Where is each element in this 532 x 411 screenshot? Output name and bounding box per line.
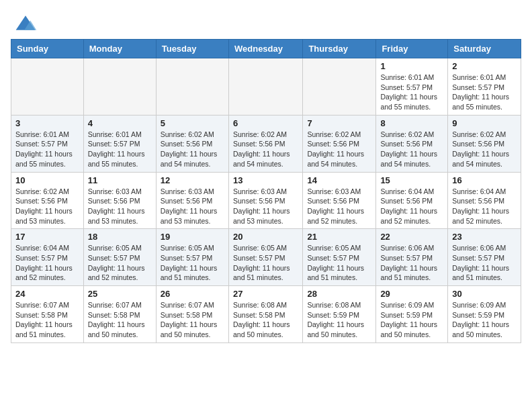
day-number: 27	[233, 289, 298, 299]
day-number: 4	[88, 118, 152, 128]
day-number: 25	[88, 289, 152, 299]
calendar-cell: 28Sunrise: 6:08 AM Sunset: 5:59 PM Dayli…	[303, 286, 376, 343]
calendar-cell: 8Sunrise: 6:02 AM Sunset: 5:56 PM Daylig…	[376, 115, 448, 172]
day-info: Sunrise: 6:03 AM Sunset: 5:56 PM Dayligh…	[233, 187, 298, 226]
day-number: 7	[307, 118, 371, 128]
day-number: 17	[15, 232, 79, 242]
weekday-header-friday: Friday	[376, 40, 448, 58]
week-row-5: 24Sunrise: 6:07 AM Sunset: 5:58 PM Dayli…	[11, 286, 521, 343]
weekday-header-saturday: Saturday	[448, 40, 521, 58]
day-info: Sunrise: 6:09 AM Sunset: 5:59 PM Dayligh…	[380, 300, 443, 340]
calendar-cell	[228, 58, 302, 116]
day-number: 28	[307, 289, 371, 299]
day-number: 29	[380, 289, 443, 299]
calendar-cell: 21Sunrise: 6:05 AM Sunset: 5:57 PM Dayli…	[303, 229, 376, 286]
day-number: 13	[233, 175, 298, 185]
calendar: SundayMondayTuesdayWednesdayThursdayFrid…	[11, 39, 521, 343]
calendar-cell: 30Sunrise: 6:09 AM Sunset: 5:59 PM Dayli…	[448, 286, 521, 343]
calendar-cell: 26Sunrise: 6:07 AM Sunset: 5:58 PM Dayli…	[156, 286, 228, 343]
day-info: Sunrise: 6:02 AM Sunset: 5:56 PM Dayligh…	[161, 130, 224, 169]
calendar-cell: 10Sunrise: 6:02 AM Sunset: 5:56 PM Dayli…	[11, 172, 84, 229]
calendar-cell	[303, 58, 376, 116]
calendar-cell: 5Sunrise: 6:02 AM Sunset: 5:56 PM Daylig…	[156, 115, 228, 172]
day-number: 22	[380, 232, 443, 242]
day-info: Sunrise: 6:05 AM Sunset: 5:57 PM Dayligh…	[307, 243, 371, 283]
day-info: Sunrise: 6:03 AM Sunset: 5:56 PM Dayligh…	[307, 187, 371, 226]
calendar-cell: 20Sunrise: 6:05 AM Sunset: 5:57 PM Dayli…	[228, 229, 302, 286]
logo-icon	[13, 11, 38, 35]
day-info: Sunrise: 6:06 AM Sunset: 5:57 PM Dayligh…	[380, 243, 443, 283]
calendar-cell: 27Sunrise: 6:08 AM Sunset: 5:58 PM Dayli…	[228, 286, 302, 343]
day-info: Sunrise: 6:05 AM Sunset: 5:57 PM Dayligh…	[233, 243, 298, 283]
day-number: 24	[15, 289, 79, 299]
week-row-3: 10Sunrise: 6:02 AM Sunset: 5:56 PM Dayli…	[11, 172, 521, 229]
day-number: 6	[233, 118, 298, 128]
calendar-cell: 19Sunrise: 6:05 AM Sunset: 5:57 PM Dayli…	[156, 229, 228, 286]
day-info: Sunrise: 6:01 AM Sunset: 5:57 PM Dayligh…	[452, 73, 517, 112]
day-info: Sunrise: 6:02 AM Sunset: 5:56 PM Dayligh…	[15, 187, 79, 226]
calendar-cell	[83, 58, 156, 116]
day-info: Sunrise: 6:05 AM Sunset: 5:57 PM Dayligh…	[88, 243, 152, 283]
day-info: Sunrise: 6:02 AM Sunset: 5:56 PM Dayligh…	[233, 130, 298, 169]
day-info: Sunrise: 6:05 AM Sunset: 5:57 PM Dayligh…	[161, 243, 224, 283]
calendar-cell: 29Sunrise: 6:09 AM Sunset: 5:59 PM Dayli…	[376, 286, 448, 343]
day-info: Sunrise: 6:04 AM Sunset: 5:57 PM Dayligh…	[15, 243, 79, 283]
day-number: 23	[452, 232, 517, 242]
calendar-cell	[11, 58, 84, 116]
calendar-cell: 13Sunrise: 6:03 AM Sunset: 5:56 PM Dayli…	[228, 172, 302, 229]
calendar-cell: 2Sunrise: 6:01 AM Sunset: 5:57 PM Daylig…	[448, 58, 521, 116]
weekday-header-tuesday: Tuesday	[156, 40, 228, 58]
calendar-cell: 7Sunrise: 6:02 AM Sunset: 5:56 PM Daylig…	[303, 115, 376, 172]
day-info: Sunrise: 6:03 AM Sunset: 5:56 PM Dayligh…	[161, 187, 224, 226]
day-info: Sunrise: 6:07 AM Sunset: 5:58 PM Dayligh…	[161, 300, 224, 340]
day-info: Sunrise: 6:06 AM Sunset: 5:57 PM Dayligh…	[452, 243, 517, 283]
week-row-4: 17Sunrise: 6:04 AM Sunset: 5:57 PM Dayli…	[11, 229, 521, 286]
day-number: 26	[161, 289, 224, 299]
day-number: 10	[15, 175, 79, 185]
day-info: Sunrise: 6:09 AM Sunset: 5:59 PM Dayligh…	[452, 300, 517, 340]
day-info: Sunrise: 6:07 AM Sunset: 5:58 PM Dayligh…	[88, 300, 152, 340]
page: SundayMondayTuesdayWednesdayThursdayFrid…	[0, 0, 532, 354]
day-info: Sunrise: 6:04 AM Sunset: 5:56 PM Dayligh…	[380, 187, 443, 226]
calendar-cell: 25Sunrise: 6:07 AM Sunset: 5:58 PM Dayli…	[83, 286, 156, 343]
weekday-header-monday: Monday	[83, 40, 156, 58]
calendar-cell: 4Sunrise: 6:01 AM Sunset: 5:57 PM Daylig…	[83, 115, 156, 172]
calendar-cell: 9Sunrise: 6:02 AM Sunset: 5:56 PM Daylig…	[448, 115, 521, 172]
day-number: 30	[452, 289, 517, 299]
day-info: Sunrise: 6:08 AM Sunset: 5:58 PM Dayligh…	[233, 300, 298, 340]
weekday-header-thursday: Thursday	[303, 40, 376, 58]
calendar-cell: 22Sunrise: 6:06 AM Sunset: 5:57 PM Dayli…	[376, 229, 448, 286]
day-info: Sunrise: 6:01 AM Sunset: 5:57 PM Dayligh…	[88, 130, 152, 169]
calendar-cell: 1Sunrise: 6:01 AM Sunset: 5:57 PM Daylig…	[376, 58, 448, 116]
day-number: 19	[161, 232, 224, 242]
day-info: Sunrise: 6:01 AM Sunset: 5:57 PM Dayligh…	[380, 73, 443, 112]
day-number: 3	[15, 118, 79, 128]
day-number: 2	[452, 61, 517, 71]
day-number: 20	[233, 232, 298, 242]
week-row-1: 1Sunrise: 6:01 AM Sunset: 5:57 PM Daylig…	[11, 58, 521, 116]
day-info: Sunrise: 6:01 AM Sunset: 5:57 PM Dayligh…	[15, 130, 79, 169]
header	[11, 7, 521, 35]
day-number: 9	[452, 118, 517, 128]
calendar-cell: 6Sunrise: 6:02 AM Sunset: 5:56 PM Daylig…	[228, 115, 302, 172]
day-number: 21	[307, 232, 371, 242]
weekday-header-row: SundayMondayTuesdayWednesdayThursdayFrid…	[11, 40, 521, 58]
day-number: 5	[161, 118, 224, 128]
calendar-cell: 16Sunrise: 6:04 AM Sunset: 5:56 PM Dayli…	[448, 172, 521, 229]
day-info: Sunrise: 6:03 AM Sunset: 5:56 PM Dayligh…	[88, 187, 152, 226]
calendar-cell: 24Sunrise: 6:07 AM Sunset: 5:58 PM Dayli…	[11, 286, 84, 343]
weekday-header-wednesday: Wednesday	[228, 40, 302, 58]
day-number: 16	[452, 175, 517, 185]
day-info: Sunrise: 6:02 AM Sunset: 5:56 PM Dayligh…	[307, 130, 371, 169]
calendar-cell: 23Sunrise: 6:06 AM Sunset: 5:57 PM Dayli…	[448, 229, 521, 286]
day-number: 8	[380, 118, 443, 128]
week-row-2: 3Sunrise: 6:01 AM Sunset: 5:57 PM Daylig…	[11, 115, 521, 172]
calendar-cell	[156, 58, 228, 116]
calendar-cell: 18Sunrise: 6:05 AM Sunset: 5:57 PM Dayli…	[83, 229, 156, 286]
day-info: Sunrise: 6:04 AM Sunset: 5:56 PM Dayligh…	[452, 187, 517, 226]
day-number: 15	[380, 175, 443, 185]
logo	[11, 11, 38, 35]
day-info: Sunrise: 6:08 AM Sunset: 5:59 PM Dayligh…	[307, 300, 371, 340]
calendar-cell: 17Sunrise: 6:04 AM Sunset: 5:57 PM Dayli…	[11, 229, 84, 286]
day-info: Sunrise: 6:02 AM Sunset: 5:56 PM Dayligh…	[452, 130, 517, 169]
